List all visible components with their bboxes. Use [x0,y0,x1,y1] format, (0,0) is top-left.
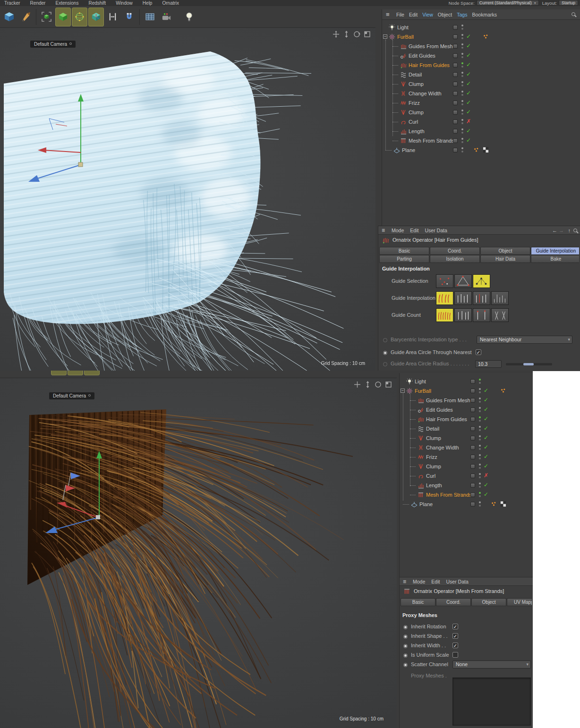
search-icon[interactable] [573,229,577,232]
om-menu-edit[interactable]: Edit [409,9,418,20]
animation-dot[interactable] [403,653,408,658]
hair-material-icon[interactable] [483,34,489,40]
scatter-channel-dropdown[interactable]: None▾ [452,660,531,669]
axis-cube-tool-icon[interactable] [84,371,100,375]
hamburger-icon[interactable]: ≡ [382,226,385,235]
menu-extensions[interactable]: Extensions [55,0,78,6]
visibility-dots[interactable] [461,72,463,77]
inherit-rotation-checkbox[interactable]: ✓ [452,624,458,629]
layer-toggle[interactable] [453,110,458,115]
visibility-dots[interactable] [479,473,481,478]
visibility-dots[interactable] [461,110,463,115]
object-row-edit-guides[interactable]: Edit Guides ✓ [400,405,533,415]
visibility-dots[interactable] [461,34,463,39]
layer-toggle[interactable] [470,398,475,403]
object-row-clump[interactable]: Clump ✓ [400,433,533,443]
wire-sphere-tool-icon[interactable] [72,8,87,26]
layer-toggle[interactable] [453,44,458,49]
object-row-clump[interactable]: Clump ✓ [382,79,580,89]
disabled-x-icon[interactable]: ✗ [484,472,488,479]
enabled-check-icon[interactable]: ✓ [466,52,471,59]
enabled-check-icon[interactable]: ✓ [484,482,488,488]
layer-toggle[interactable] [470,502,475,507]
menu-tracker[interactable]: Tracker [4,0,20,6]
object-row-light[interactable]: Light [400,377,533,386]
enabled-check-icon[interactable]: ✓ [466,127,471,134]
maximize-icon[interactable] [364,31,371,38]
lightbulb-tool-icon[interactable] [181,8,197,26]
menu-help[interactable]: Help [143,0,153,6]
visibility-dots[interactable] [461,53,463,58]
viewport1-3d-canvas[interactable] [0,28,375,371]
layer-toggle[interactable] [453,34,458,39]
guide-selection-thumb-1[interactable] [436,274,453,288]
object-row-guides-from-mesh[interactable]: Guides From Mesh ✓ [382,42,580,51]
animation-dot[interactable] [403,625,408,629]
enabled-check-icon[interactable]: ✓ [484,434,488,441]
disabled-x-icon[interactable]: ✗ [466,118,471,125]
layer-toggle[interactable] [453,72,458,77]
node-space-select[interactable]: Current (Standard/Physical)▾ [477,0,539,6]
visibility-dots[interactable] [479,464,481,469]
object-row-edit-guides[interactable]: Edit Guides ✓ [382,51,580,60]
width-bars-tool-icon[interactable] [105,8,120,26]
guide-interpolation-thumb-4[interactable] [491,291,509,305]
wire-sphere-tool-icon[interactable] [68,371,83,375]
layer-toggle[interactable] [453,25,458,30]
object-row-plane[interactable]: Plane [382,145,580,155]
collapse-icon[interactable]: − [383,34,387,39]
object-row-mesh-from-strands[interactable]: Mesh From Strands ✓ [382,136,580,145]
enabled-check-icon[interactable]: ✓ [466,80,471,87]
enabled-check-icon[interactable]: ✓ [484,463,488,469]
object-row-plane[interactable]: Plane [400,499,533,509]
animation-dot[interactable] [403,663,408,667]
layer-toggle[interactable] [453,82,458,86]
layer-toggle[interactable] [470,492,475,497]
tab-basic[interactable]: Basic [401,598,435,606]
tab-coord[interactable]: Coord. [436,598,471,606]
om-menu-file[interactable]: File [396,9,404,20]
enabled-check-icon[interactable]: ✓ [484,397,488,403]
hamburger-icon[interactable]: ≡ [403,577,406,586]
object-row-curl[interactable]: Curl ✗ [382,117,580,127]
om-menu-object[interactable]: Object [438,9,452,20]
visibility-dots[interactable] [461,81,463,86]
animation-dot[interactable] [383,362,387,366]
layout-field[interactable]: Startup [559,0,578,6]
om-menu-tags[interactable]: Tags [457,9,467,20]
object-row-length[interactable]: Length ✓ [382,127,580,136]
guide-interpolation-thumb-3[interactable] [473,291,490,305]
layer-toggle[interactable] [453,63,458,68]
green-cube-tool-icon[interactable] [55,8,71,26]
guide-count-thumb-1[interactable] [436,308,453,322]
hair-material-icon[interactable] [473,147,479,153]
visibility-dots[interactable] [479,416,481,422]
layer-toggle[interactable] [453,53,458,58]
search-icon[interactable] [571,12,575,16]
visibility-dots[interactable] [479,445,481,450]
visibility-dots[interactable] [479,407,481,412]
camera-menu[interactable]: Default Camera [49,392,94,399]
visibility-dots[interactable] [479,435,481,440]
layer-toggle[interactable] [470,426,475,431]
visibility-dots[interactable] [461,100,463,105]
pan-icon[interactable] [354,381,361,388]
guide-count-thumb-2[interactable] [454,308,472,322]
menu-render[interactable]: Render [30,0,46,6]
uv-tag-icon[interactable] [483,147,489,153]
object-row-frizz[interactable]: Frizz ✓ [400,452,533,462]
enabled-check-icon[interactable]: ✓ [466,71,471,77]
layer-toggle[interactable] [470,436,475,440]
guide-selection-thumb-2[interactable] [454,274,472,288]
hair-material-icon[interactable] [491,501,497,507]
viewport-perspective-bottom[interactable]: Default Camera Grid Spacing : 10 cm [0,378,397,728]
attr-menu-userdata[interactable]: User Data [425,226,447,235]
history-back-icon[interactable]: ← [552,226,557,235]
enabled-check-icon[interactable]: ✓ [466,90,471,96]
layer-toggle[interactable] [470,464,475,469]
attr-menu-edit[interactable]: Edit [431,577,440,586]
hamburger-icon[interactable]: ≡ [386,9,390,20]
layer-toggle[interactable] [470,379,475,384]
animation-dot[interactable] [383,351,387,355]
visibility-dots[interactable] [461,128,463,134]
